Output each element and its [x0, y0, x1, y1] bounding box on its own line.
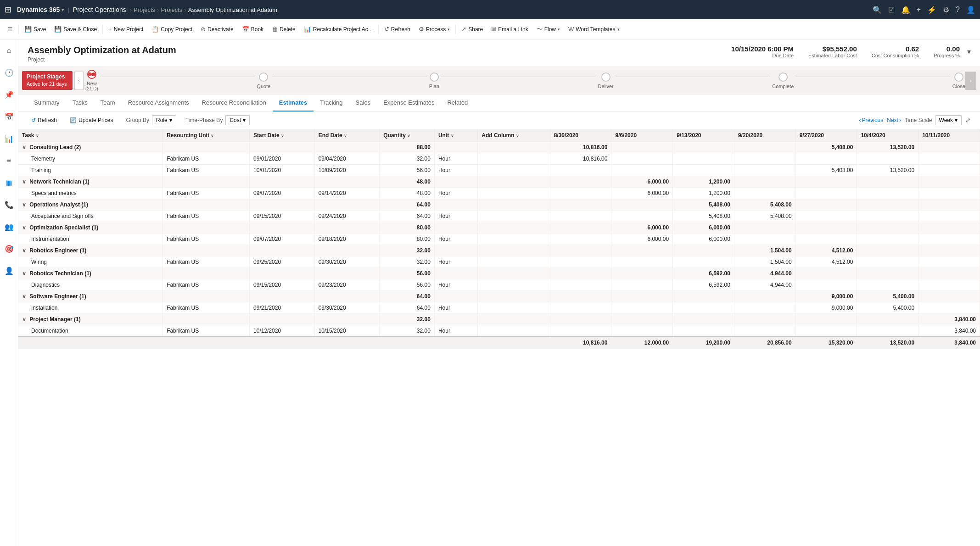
- share-button[interactable]: ↗ Share: [458, 24, 487, 34]
- tab-resource-assignments[interactable]: Resource Assignments: [122, 95, 196, 111]
- table-row[interactable]: Documentation Fabrikam US 10/12/2020 10/…: [18, 325, 980, 337]
- bell-icon[interactable]: 🔔: [901, 6, 910, 14]
- expand-icon[interactable]: ∨: [22, 201, 26, 208]
- check-icon[interactable]: ☑: [888, 6, 895, 14]
- th-start-date[interactable]: Start Date ∨: [250, 129, 315, 142]
- stage-item-new[interactable]: New (21 D): [85, 70, 98, 91]
- plus-icon[interactable]: +: [917, 6, 921, 14]
- expand-icon[interactable]: ∨: [22, 144, 26, 150]
- expand-icon[interactable]: ∨: [22, 316, 26, 323]
- stage-item-close[interactable]: Close: [952, 72, 965, 89]
- th-end-date[interactable]: End Date ∨: [314, 129, 380, 142]
- recalculate-icon: 📊: [304, 26, 311, 33]
- refresh-button[interactable]: ↺ Refresh: [381, 24, 414, 34]
- delete-button[interactable]: 🗑 Delete: [268, 24, 299, 34]
- sidebar-icon-people[interactable]: 👥: [2, 219, 17, 234]
- sidebar-icon-list[interactable]: ≡: [2, 153, 17, 168]
- meta-expand-chevron-icon[interactable]: ▾: [967, 47, 971, 56]
- sidebar-icon-chart[interactable]: 📊: [2, 131, 17, 146]
- data-w5: [795, 188, 857, 199]
- th-add-column[interactable]: Add Column ∨: [478, 129, 550, 142]
- module-name[interactable]: Project Operations: [73, 6, 126, 13]
- stage-active-title: Project Stages: [27, 73, 68, 81]
- data-w5: 5,408.00: [795, 165, 857, 176]
- email-link-button[interactable]: ✉ Email a Link: [487, 24, 532, 34]
- tab-tracking[interactable]: Tracking: [314, 95, 349, 111]
- stage-next-button[interactable]: ›: [965, 72, 976, 90]
- sidebar-icon-grid[interactable]: ▦: [2, 175, 17, 190]
- user-icon[interactable]: 👤: [966, 6, 975, 14]
- sidebar-icon-target[interactable]: 🎯: [2, 241, 17, 256]
- settings-icon[interactable]: ⚙: [943, 6, 949, 14]
- group-by-dropdown[interactable]: Role ▾: [152, 115, 176, 125]
- book-button[interactable]: 📅 Book: [238, 24, 267, 34]
- tab-estimates[interactable]: Estimates: [273, 95, 314, 111]
- timescale-dropdown[interactable]: Week ▾: [935, 115, 962, 125]
- breadcrumb-projects2[interactable]: Projects: [161, 6, 182, 13]
- word-templates-button[interactable]: W Word Templates ▾: [565, 24, 623, 34]
- th-week-7: 10/11/2020: [918, 129, 980, 142]
- search-icon[interactable]: 🔍: [873, 6, 882, 14]
- menu-button[interactable]: ☰: [4, 24, 17, 34]
- expand-icon[interactable]: ∨: [22, 224, 26, 231]
- group-label: ∨ Robotics Technician (1): [18, 268, 163, 279]
- stage-prev-button[interactable]: ‹: [74, 72, 84, 90]
- tab-summary[interactable]: Summary: [28, 95, 66, 111]
- expand-icon[interactable]: ∨: [22, 270, 26, 277]
- expand-icon[interactable]: ∨: [22, 293, 26, 300]
- th-unit[interactable]: Unit ∨: [434, 129, 477, 142]
- app-grid-icon[interactable]: ⊞: [5, 5, 11, 15]
- tab-tasks[interactable]: Tasks: [66, 95, 94, 111]
- brand-name[interactable]: Dynamics 365: [17, 6, 60, 13]
- save-close-button[interactable]: 💾 Save & Close: [50, 24, 101, 34]
- stage-item-deliver[interactable]: Deliver: [598, 72, 613, 89]
- help-icon[interactable]: ?: [956, 6, 960, 14]
- th-task[interactable]: Task ∨: [18, 129, 163, 142]
- table-row[interactable]: Diagnostics Fabrikam US 09/15/2020 09/23…: [18, 279, 980, 291]
- new-project-button[interactable]: + New Project: [105, 24, 147, 34]
- estimates-refresh-button[interactable]: ↺ Refresh: [28, 115, 61, 125]
- sidebar-icon-calendar[interactable]: 📅: [2, 109, 17, 124]
- tab-sales[interactable]: Sales: [349, 95, 377, 111]
- recalculate-button[interactable]: 📊 Recalculate Project Ac...: [300, 24, 376, 34]
- update-prices-button[interactable]: 🔄 Update Prices: [66, 115, 117, 125]
- expand-icon[interactable]: ∨: [22, 247, 26, 254]
- copy-project-button[interactable]: 📋 Copy Project: [148, 24, 196, 34]
- filter-icon[interactable]: ⚡: [927, 6, 936, 14]
- fullscreen-button[interactable]: ⤢: [965, 117, 971, 124]
- previous-button[interactable]: ‹ Previous: [859, 117, 884, 123]
- stage-item-complete[interactable]: Complete: [772, 72, 794, 89]
- tab-resource-reconciliation[interactable]: Resource Reconciliation: [196, 95, 273, 111]
- sidebar-icon-home[interactable]: ⌂: [2, 43, 17, 58]
- tab-related[interactable]: Related: [441, 95, 474, 111]
- sidebar-icon-pinned[interactable]: 📌: [2, 87, 17, 102]
- table-row[interactable]: Specs and metrics Fabrikam US 09/07/2020…: [18, 188, 980, 199]
- stage-item-quote[interactable]: Quote: [257, 72, 270, 89]
- sidebar-icon-person[interactable]: 👤: [2, 263, 17, 278]
- stage-item-plan[interactable]: Plan: [429, 72, 439, 89]
- table-row[interactable]: Installation Fabrikam US 09/21/2020 09/3…: [18, 302, 980, 314]
- table-row[interactable]: Training Fabrikam US 10/01/2020 10/09/20…: [18, 165, 980, 176]
- flow-button[interactable]: 〜 Flow ▾: [533, 23, 564, 35]
- tab-expense-estimates[interactable]: Expense Estimates: [377, 95, 441, 111]
- group-enddate: [314, 142, 380, 153]
- sidebar-icon-recent[interactable]: 🕐: [2, 65, 17, 80]
- deactivate-button[interactable]: ⊘ Deactivate: [197, 24, 237, 34]
- table-row[interactable]: Instrumentation Fabrikam US 09/07/2020 0…: [18, 234, 980, 245]
- th-quantity[interactable]: Quantity ∨: [380, 129, 435, 142]
- table-row[interactable]: Telemetry Fabrikam US 09/01/2020 09/04/2…: [18, 153, 980, 165]
- brand-chevron-icon[interactable]: ▾: [62, 7, 64, 12]
- sidebar-icon-phone[interactable]: 📞: [2, 197, 17, 212]
- save-button[interactable]: 💾 Save: [21, 24, 50, 34]
- data-addcol: [478, 279, 550, 291]
- th-end-date-label: End Date: [319, 132, 342, 139]
- th-resourcing-unit[interactable]: Resourcing Unit ∨: [163, 129, 250, 142]
- table-row[interactable]: Acceptance and Sign offs Fabrikam US 09/…: [18, 211, 980, 222]
- tab-team[interactable]: Team: [94, 95, 122, 111]
- table-row[interactable]: Wiring Fabrikam US 09/25/2020 09/30/2020…: [18, 256, 980, 268]
- breadcrumb-projects1[interactable]: Projects: [134, 6, 155, 13]
- expand-icon[interactable]: ∨: [22, 178, 26, 185]
- process-button[interactable]: ⚙ Process ▾: [415, 24, 454, 34]
- time-phase-dropdown[interactable]: Cost ▾: [225, 115, 250, 125]
- next-button[interactable]: Next ›: [887, 117, 901, 123]
